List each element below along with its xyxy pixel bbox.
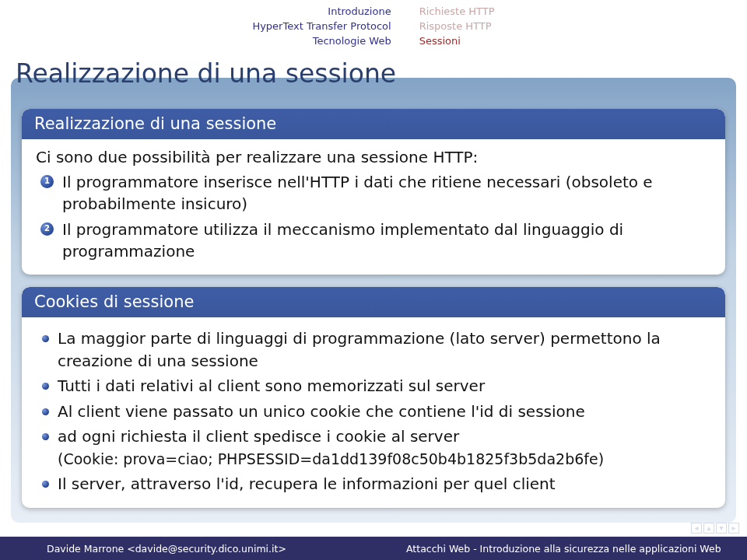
header-right-nav: Richieste HTTP Risposte HTTP Sessioni bbox=[405, 5, 495, 49]
slide-header: Introduzione HyperText Transfer Protocol… bbox=[0, 0, 747, 52]
block-title: Realizzazione di una sessione bbox=[22, 109, 725, 139]
list-item: Il server, attraverso l'id, recupera le … bbox=[40, 473, 711, 495]
list-item: La maggior parte di linguaggi di program… bbox=[40, 327, 711, 372]
bullet-list: La maggior parte di linguaggi di program… bbox=[36, 327, 711, 495]
slide-title: Realizzazione di una sessione bbox=[0, 52, 747, 109]
header-left-nav: Introduzione HyperText Transfer Protocol… bbox=[252, 5, 405, 49]
footer-author: Davide Marrone <davide@security.dico.uni… bbox=[0, 543, 388, 555]
list-item: Al client viene passato un unico cookie … bbox=[40, 401, 711, 422]
list-item: Il programmatore utilizza il meccanismo … bbox=[40, 219, 711, 263]
list-item: Il programmatore inserisce nell'HTTP i d… bbox=[40, 171, 711, 215]
block-cookies: Cookies di sessione La maggior parte di … bbox=[22, 287, 725, 507]
block-title: Cookies di sessione bbox=[22, 287, 725, 317]
block-body: La maggior parte di linguaggi di program… bbox=[22, 317, 725, 507]
slide-content: Realizzazione di una sessione Ci sono du… bbox=[0, 109, 747, 508]
nav-next-icon[interactable]: ▸ bbox=[728, 523, 739, 534]
nav-item[interactable]: Introduzione bbox=[252, 5, 391, 19]
list-item: ad ogni richiesta il client spedisce i c… bbox=[40, 425, 711, 470]
nav-up-icon[interactable]: ▴ bbox=[703, 523, 714, 534]
enum-list: Il programmatore inserisce nell'HTTP i d… bbox=[36, 171, 711, 263]
slide-nav-controls: ◂ ▴ ▾ ▸ bbox=[691, 523, 739, 534]
block-realizzazione: Realizzazione di una sessione Ci sono du… bbox=[22, 109, 725, 275]
nav-item-active[interactable]: Sessioni bbox=[419, 34, 495, 49]
block-body: Ci sono due possibilità per realizzare u… bbox=[22, 139, 725, 275]
slide-footer: Davide Marrone <davide@security.dico.uni… bbox=[0, 537, 747, 560]
item-subtext: (Cookie: prova=ciao; PHPSESSID=da1dd139f… bbox=[58, 449, 711, 470]
item-text: ad ogni richiesta il client spedisce i c… bbox=[58, 427, 459, 446]
nav-item[interactable]: Tecnologie Web bbox=[252, 34, 391, 49]
nav-prev-icon[interactable]: ◂ bbox=[691, 523, 702, 534]
list-item: Tutti i dati relativi al client sono mem… bbox=[40, 375, 711, 397]
intro-text: Ci sono due possibilità per realizzare u… bbox=[36, 146, 711, 168]
nav-item[interactable]: Richieste HTTP bbox=[419, 5, 495, 19]
footer-title: Attacchi Web - Introduzione alla sicurez… bbox=[388, 543, 747, 555]
nav-item[interactable]: Risposte HTTP bbox=[419, 19, 495, 34]
nav-down-icon[interactable]: ▾ bbox=[716, 523, 727, 534]
nav-item[interactable]: HyperText Transfer Protocol bbox=[252, 19, 391, 34]
